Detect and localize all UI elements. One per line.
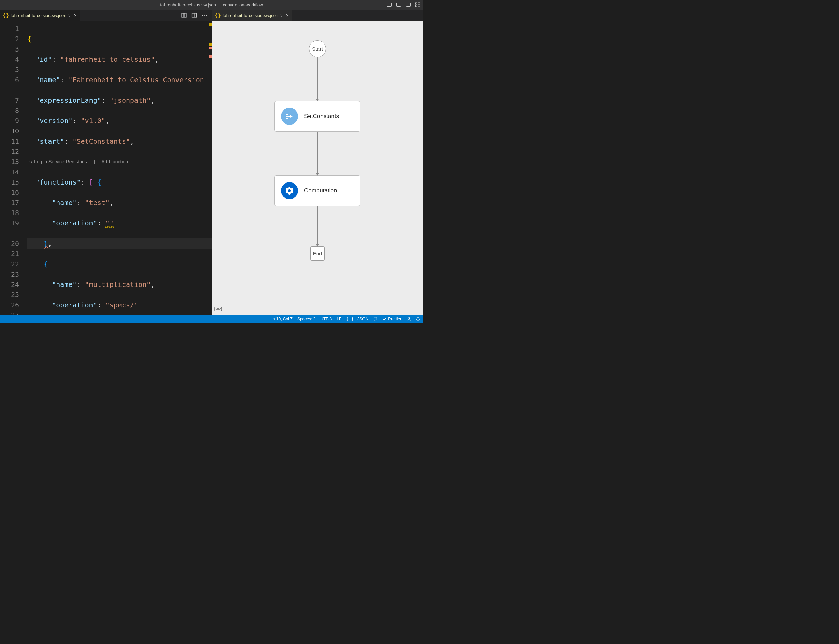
json-id-value: fahrenheit_to_celsius xyxy=(64,55,150,64)
status-bell-icon[interactable] xyxy=(416,317,420,321)
line-number-gutter: 123456 78910111213141516171819 202122232… xyxy=(0,21,27,315)
svg-rect-16 xyxy=(286,118,288,119)
tabs-row: { } fahrenheit-to-celsius.sw.json 3 × ⋯ … xyxy=(0,10,423,21)
tab-filename: fahrenheit-to-celsius.sw.json xyxy=(223,13,278,18)
codelens-functions[interactable]: ↪ Log in Service Registries... | + Add f… xyxy=(27,156,212,167)
svg-rect-17 xyxy=(215,307,221,311)
json-expressionlang-value: jsonpath xyxy=(114,96,147,104)
left-editor-tabs: { } fahrenheit-to-celsius.sw.json 3 × ⋯ xyxy=(0,10,212,21)
fn0-name: test xyxy=(89,199,105,207)
status-prettier[interactable]: Prettier xyxy=(382,317,401,321)
fn1-op: specs/ xyxy=(110,301,134,309)
tab-problems-badge: 3 xyxy=(68,13,71,18)
diff-icon[interactable] xyxy=(181,13,187,18)
titlebar-layout-icons xyxy=(386,2,420,8)
node-label: Computation xyxy=(304,187,337,194)
svg-rect-4 xyxy=(406,3,410,7)
layout-sidebar-left-icon[interactable] xyxy=(386,2,392,8)
svg-rect-14 xyxy=(286,116,290,117)
operation-icon xyxy=(281,182,298,199)
svg-rect-0 xyxy=(387,3,392,7)
node-label: SetConstants xyxy=(304,113,339,120)
diagram-arrow xyxy=(317,131,318,175)
status-cursor-position[interactable]: Ln 10, Col 7 xyxy=(270,317,293,321)
status-person-icon[interactable] xyxy=(406,317,411,321)
keyboard-icon[interactable] xyxy=(214,307,222,312)
tab-right-file[interactable]: { } fahrenheit-to-celsius.sw.json 3 × xyxy=(212,10,293,21)
svg-rect-6 xyxy=(416,3,417,5)
svg-rect-15 xyxy=(286,113,288,115)
svg-rect-11 xyxy=(184,13,186,17)
titlebar: fahrenheit-to-celsius.sw.json — conversi… xyxy=(0,0,423,10)
diagram-arrow xyxy=(317,57,318,101)
main-split: 123456 78910111213141516171819 202122232… xyxy=(0,21,423,315)
more-actions-icon[interactable]: ⋯ xyxy=(202,12,208,19)
tab-left-file[interactable]: { } fahrenheit-to-celsius.sw.json 3 × xyxy=(0,10,81,21)
code-editor-pane[interactable]: 123456 78910111213141516171819 202122232… xyxy=(0,21,212,315)
editor-actions-left: ⋯ xyxy=(181,10,212,21)
svg-rect-9 xyxy=(419,5,420,7)
tab-problems-badge: 3 xyxy=(280,13,283,18)
status-eol[interactable]: LF xyxy=(336,317,341,321)
tab-close-button[interactable]: × xyxy=(74,13,77,18)
statusbar: Ln 10, Col 7 Spaces: 2 UTF-8 LF { } JSON… xyxy=(0,315,423,323)
inject-icon xyxy=(281,108,298,125)
tab-filename: fahrenheit-to-celsius.sw.json xyxy=(11,13,66,18)
json-file-icon: { } xyxy=(3,13,8,18)
tab-close-button[interactable]: × xyxy=(286,13,289,18)
diagram-end-node[interactable]: End xyxy=(310,246,325,261)
more-actions-icon[interactable]: ⋯ xyxy=(413,10,419,16)
fn1-name: multiplication xyxy=(89,280,147,289)
layout-sidebar-right-icon[interactable] xyxy=(405,2,411,8)
customize-layout-icon[interactable] xyxy=(415,2,420,8)
editor-actions-right: ⋯ xyxy=(413,10,423,16)
status-language[interactable]: { } JSON xyxy=(346,317,368,321)
diagram-arrow xyxy=(317,206,318,246)
workflow-diagram-pane[interactable]: Start SetConstants Computation End xyxy=(212,21,423,315)
status-encoding[interactable]: UTF-8 xyxy=(320,317,332,321)
code-content[interactable]: { "id": "fahrenheit_to_celsius", "name":… xyxy=(27,21,212,315)
svg-rect-7 xyxy=(419,3,420,5)
layout-panel-icon[interactable] xyxy=(396,2,401,8)
json-file-icon: { } xyxy=(215,13,221,18)
svg-rect-8 xyxy=(416,5,417,7)
diagram-start-node[interactable]: Start xyxy=(309,40,326,57)
json-name-value: Fahrenheit to Celsius Conversion xyxy=(73,76,204,84)
svg-point-23 xyxy=(407,317,409,319)
json-start-value: SetConstants xyxy=(77,137,126,145)
diagram-node-computation[interactable]: Computation xyxy=(274,175,361,206)
svg-rect-10 xyxy=(181,13,184,17)
svg-rect-2 xyxy=(397,3,401,7)
json-version-value: v1.0 xyxy=(85,117,101,125)
diagram-node-setconstants[interactable]: SetConstants xyxy=(274,101,361,131)
status-indentation[interactable]: Spaces: 2 xyxy=(297,317,315,321)
status-feedback-icon[interactable] xyxy=(373,317,378,321)
overview-ruler[interactable] xyxy=(208,21,212,315)
right-editor-tabs: { } fahrenheit-to-celsius.sw.json 3 × ⋯ xyxy=(212,10,423,21)
split-editor-icon[interactable] xyxy=(191,13,197,18)
text-cursor xyxy=(51,240,52,248)
window-title: fahrenheit-to-celsius.sw.json — conversi… xyxy=(160,2,263,8)
